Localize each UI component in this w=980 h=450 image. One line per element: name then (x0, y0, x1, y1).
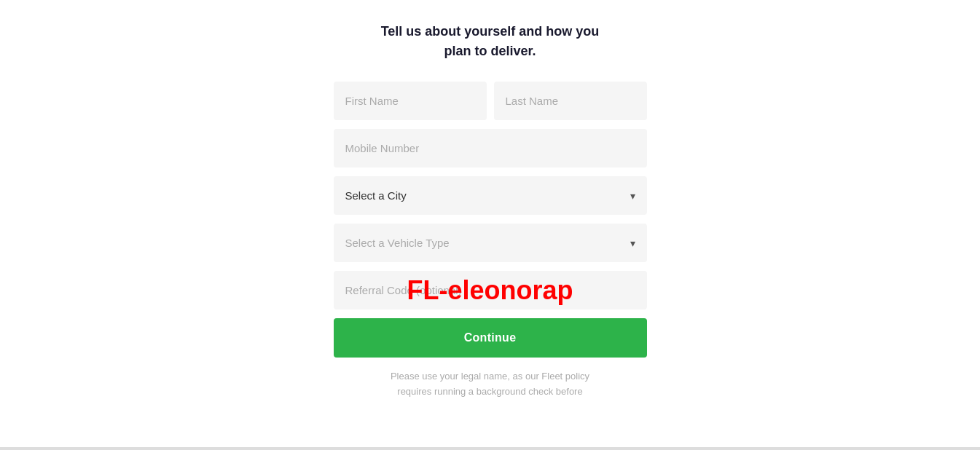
continue-button[interactable]: Continue (334, 318, 647, 358)
last-name-input[interactable] (494, 82, 647, 120)
vehicle-select[interactable]: Select a Vehicle Type Car Bicycle Motorc… (334, 224, 647, 262)
city-select-wrapper: Select a City New York Los Angeles Chica… (334, 176, 647, 215)
first-name-input[interactable] (334, 82, 487, 120)
signup-form: Select a City New York Los Angeles Chica… (334, 82, 647, 400)
city-select[interactable]: Select a City New York Los Angeles Chica… (334, 176, 647, 215)
disclaimer-text: Please use your legal name, as our Fleet… (334, 369, 647, 400)
bottom-bar (0, 447, 980, 450)
mobile-input[interactable] (334, 129, 647, 167)
page-title: Tell us about yourself and how you plan … (381, 22, 600, 61)
name-row (334, 82, 647, 120)
vehicle-select-wrapper: Select a Vehicle Type Car Bicycle Motorc… (334, 224, 647, 262)
referral-input[interactable] (334, 271, 647, 309)
main-container: Tell us about yourself and how you plan … (0, 0, 980, 400)
referral-wrapper: FL-eleonorap (334, 271, 647, 309)
